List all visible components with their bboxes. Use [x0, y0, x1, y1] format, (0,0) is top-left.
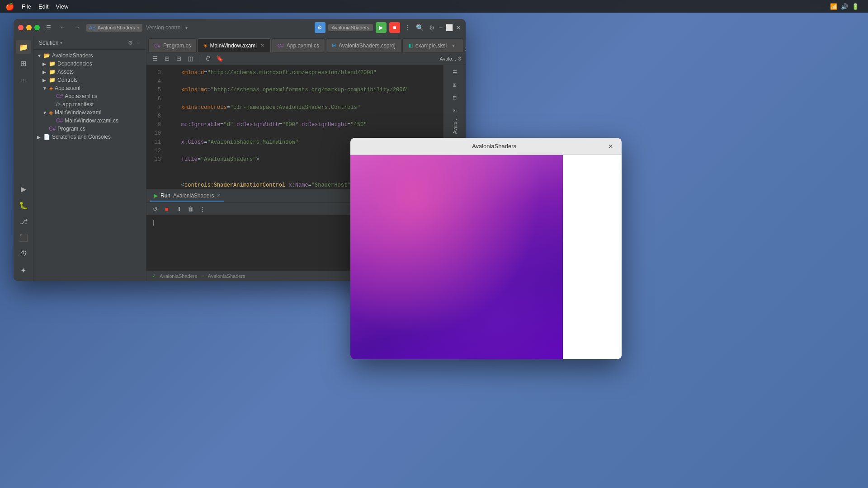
editor-bookmark-btn[interactable]: 🔖	[215, 54, 225, 64]
profiler-button[interactable]: ⋮	[403, 23, 412, 33]
panel-header: Solution ▾ ⚙ −	[33, 36, 146, 50]
tree-item-app-axaml[interactable]: ▼ ◈ App.axaml	[33, 84, 146, 92]
tree-item-mw-cs[interactable]: C# MainWindow.axaml.cs	[33, 117, 146, 125]
controls-arrow: ▶	[42, 78, 47, 83]
tab-icon-program: C#	[154, 43, 160, 48]
status-project[interactable]: AvaloniaShaders	[160, 273, 197, 279]
app-window-close-button[interactable]: ✕	[605, 141, 616, 152]
project-name: AvaloniaShaders	[98, 25, 135, 30]
sidebar-more-icon[interactable]: ⋯	[16, 72, 31, 87]
window-min-btn[interactable]: −	[439, 24, 443, 31]
tree-item-scratches[interactable]: ▶ 📄 Scratches and Consoles	[33, 133, 146, 141]
run-trash-btn[interactable]: 🗑	[185, 204, 195, 214]
tree-item-assets[interactable]: ▶ 📁 Assets	[33, 68, 146, 76]
project-selector[interactable]: AS AvaloniaShaders ▾	[86, 24, 142, 32]
tree-item-app-manifest[interactable]: /> app.manifest	[33, 100, 146, 108]
menu-item-file[interactable]: File	[22, 3, 31, 10]
editor-toolbar-sep	[199, 55, 199, 62]
gutter-btn3[interactable]: ⊟	[448, 92, 462, 103]
app-window-content	[350, 155, 622, 359]
search-button[interactable]: 🔍	[415, 23, 425, 33]
run-config-name[interactable]: AvaloniaShaders	[328, 24, 373, 31]
editor-grid-btn[interactable]: ⊞	[162, 54, 172, 64]
assets-icon: 📁	[49, 69, 56, 75]
solution-dropdown-icon[interactable]: ▾	[60, 40, 62, 45]
gutter-btn1[interactable]: ☰	[448, 67, 462, 78]
run-tab-run[interactable]: ▶ Run AvaloniaShaders ✕	[150, 191, 224, 202]
app-axaml-cs-label: App.axaml.cs	[65, 93, 97, 99]
editor-diff-btn[interactable]: ◫	[185, 54, 195, 64]
apple-icon[interactable]: 🍎	[5, 2, 14, 11]
back-button[interactable]: ←	[57, 23, 68, 32]
run-tab-config: AvaloniaShaders	[173, 192, 214, 199]
tab-sksl[interactable]: ◧ example.sksl ▾	[402, 38, 463, 52]
tree-item-dependencies[interactable]: ▶ 📁 Dependencies	[33, 60, 146, 68]
tree-item-app-axaml-cs[interactable]: C# App.axaml.cs	[33, 92, 146, 100]
tab-icon-mainwindow: ◈	[203, 42, 207, 48]
tab-csproj[interactable]: ⊞ AvaloniaShaders.csproj	[326, 38, 401, 52]
menu-item-view[interactable]: View	[56, 3, 68, 10]
controls-icon: 📁	[49, 77, 56, 83]
editor-list-btn[interactable]: ☰	[150, 54, 160, 64]
file-tree: ▼ 📂 AvaloniaShaders ▶ 📁 Dependencies ▶ 📁…	[33, 50, 146, 281]
tab-actions: ⊟ ⊞ ⋯ ⊡ −	[464, 46, 466, 52]
title-bar: ☰ ← → AS AvaloniaShaders ▾ Version contr…	[14, 19, 466, 36]
app-axaml-arrow: ▼	[42, 86, 47, 91]
tree-item-root[interactable]: ▼ 📂 AvaloniaShaders	[33, 52, 146, 60]
sidebar-git-icon[interactable]: ⎇	[16, 214, 31, 229]
avalon-settings-icon[interactable]: ⚙	[457, 56, 462, 62]
tab-close-mainwindow[interactable]: ✕	[259, 42, 265, 48]
window-maximize-button[interactable]	[34, 25, 40, 30]
sidebar-debug-icon[interactable]: 🐛	[16, 198, 31, 212]
run-button[interactable]: ▶	[376, 22, 387, 33]
window-close-button[interactable]	[18, 25, 24, 30]
run-stop-btn[interactable]: ■	[162, 204, 172, 214]
tab-label-proj: AvaloniaShaders.csproj	[339, 42, 396, 49]
tab-program-cs[interactable]: C# Program.cs	[148, 38, 197, 52]
run-tab-close[interactable]: ✕	[217, 193, 221, 198]
window-minimize-button[interactable]	[26, 25, 32, 30]
tab-mainwindow-axaml[interactable]: ◈ MainWindow.axaml ✕	[198, 38, 270, 52]
panel-close-icon[interactable]: −	[136, 39, 141, 47]
solution-label[interactable]: Solution	[39, 40, 58, 46]
tab-split-icon[interactable]: ⊟	[464, 46, 466, 52]
run-config-button[interactable]: ⚙	[315, 22, 326, 33]
sidebar-profiler-icon[interactable]: ⏱	[16, 247, 31, 261]
vcs-label[interactable]: Version control	[146, 24, 182, 31]
sidebar-terminal-icon[interactable]: ⬛	[16, 230, 31, 245]
tab-label-sksl: example.sksl	[415, 42, 447, 49]
app-window-right-panel	[563, 155, 622, 359]
run-restart-btn[interactable]: ↺	[150, 204, 160, 214]
gutter-btn4[interactable]: ⊡	[448, 105, 462, 116]
run-more-btn[interactable]: ⋮	[197, 204, 207, 214]
tree-item-program-cs[interactable]: C# Program.cs	[33, 125, 146, 133]
panel-settings-icon[interactable]: ⚙	[127, 39, 134, 47]
settings-button[interactable]: ⚙	[428, 23, 436, 33]
panel-title: Solution ▾	[39, 40, 62, 46]
tabs-overflow[interactable]: ▾	[449, 42, 458, 49]
sidebar-toggle-button[interactable]: ☰	[43, 23, 54, 32]
app-window: AvaloniaShaders ✕	[350, 138, 622, 359]
gutter-btn2[interactable]: ⊞	[448, 80, 462, 90]
tree-item-controls[interactable]: ▶ 📁 Controls	[33, 76, 146, 84]
sidebar-project-icon[interactable]: 📁	[16, 40, 31, 54]
status-item-right[interactable]: AvaloniaShaders	[208, 273, 245, 279]
editor-split-btn[interactable]: ⊟	[174, 54, 184, 64]
tree-item-mainwindow-axaml[interactable]: ▼ ◈ MainWindow.axaml	[33, 108, 146, 117]
root-arrow: ▼	[37, 53, 42, 58]
menu-item-edit[interactable]: Edit	[38, 3, 48, 10]
sidebar-icons: 📁 ⊞ ⋯ ▶ 🐛 ⎇ ⬛ ⏱ ✦	[14, 36, 33, 281]
sidebar-structure-icon[interactable]: ⊞	[16, 56, 31, 70]
manifest-label: app.manifest	[62, 101, 94, 108]
tab-app-axaml-cs[interactable]: C# App.axaml.cs	[272, 38, 325, 52]
window-x-btn[interactable]: ✕	[456, 24, 461, 31]
forward-button[interactable]: →	[72, 23, 83, 32]
stop-button[interactable]: ■	[389, 22, 400, 33]
run-suspend-btn[interactable]: ⏸	[174, 204, 184, 214]
sidebar-run-icon[interactable]: ▶	[16, 182, 31, 196]
sidebar-git2-icon[interactable]: ✦	[16, 263, 31, 277]
dep-icon: 📁	[49, 61, 56, 67]
window-restore-btn[interactable]: ⬜	[445, 24, 453, 31]
scratches-icon: 📄	[43, 134, 50, 140]
editor-history-btn[interactable]: ⏱	[203, 54, 213, 64]
